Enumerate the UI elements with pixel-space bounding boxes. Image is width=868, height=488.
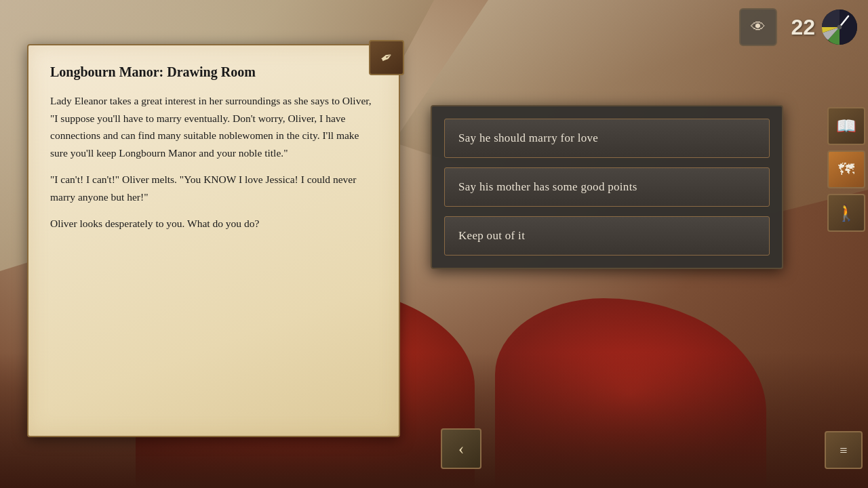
map-sidebar-button[interactable]: 🗺 <box>827 150 865 188</box>
narrative-paragraph-2: "I can't! I can't!" Oliver melts. "You K… <box>50 171 377 205</box>
eye-icon: 👁 <box>751 18 766 36</box>
book-icon: 📖 <box>836 117 856 136</box>
choice-button-1[interactable]: Say he should marry for love <box>444 119 770 158</box>
score-display: 22 <box>791 9 857 45</box>
journal-button[interactable]: ✒ <box>369 40 404 75</box>
narrative-panel: ✒ Longbourn Manor: Drawing Room Lady Ele… <box>27 44 400 437</box>
map-icon: 🗺 <box>838 160 854 179</box>
choice-button-2[interactable]: Say his mother has some good points <box>444 167 770 207</box>
choice-button-3[interactable]: Keep out of it <box>444 216 770 256</box>
journal-sidebar-button[interactable]: 📖 <box>827 107 865 145</box>
observe-button[interactable]: 👁 <box>739 8 777 46</box>
narrative-paragraph-3: Oliver looks desperately to you. What do… <box>50 215 377 232</box>
right-sidebar: 📖 🗺 🚶 <box>822 102 868 237</box>
back-button[interactable]: ‹ <box>441 428 481 469</box>
stats-pie-chart <box>822 9 857 45</box>
svg-point-2 <box>837 25 842 30</box>
menu-button[interactable]: ≡ <box>825 431 863 469</box>
feather-icon: ✒ <box>377 47 397 68</box>
score-value: 22 <box>791 15 815 40</box>
narrative-text: Lady Eleanor takes a great interest in h… <box>50 92 377 232</box>
chevron-left-icon: ‹ <box>458 439 465 459</box>
walk-icon: 🚶 <box>836 203 856 222</box>
choices-panel: Say he should marry for love Say his mot… <box>431 105 783 269</box>
hamburger-icon: ≡ <box>840 443 847 458</box>
location-title: Longbourn Manor: Drawing Room <box>50 64 377 80</box>
move-sidebar-button[interactable]: 🚶 <box>827 194 865 232</box>
narrative-paragraph-1: Lady Eleanor takes a great interest in h… <box>50 92 377 161</box>
